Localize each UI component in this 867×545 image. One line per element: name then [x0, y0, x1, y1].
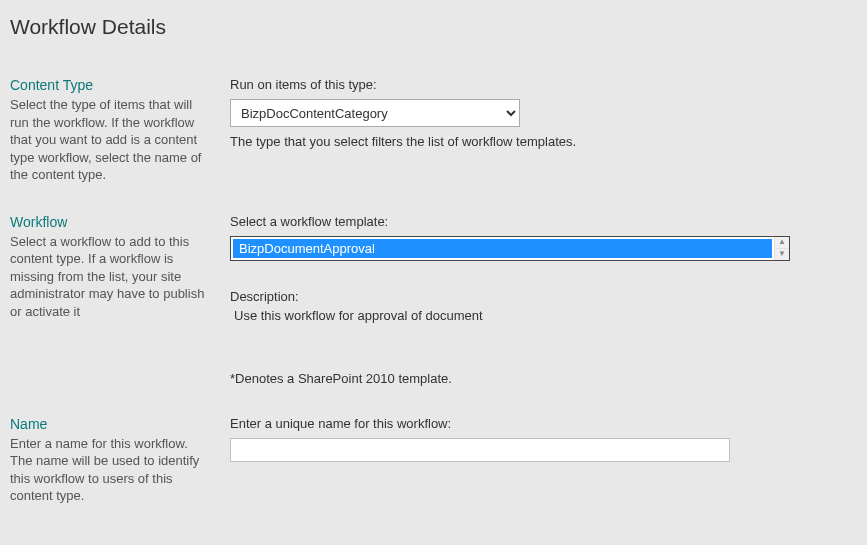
workflow-template-spinner: ▲ ▼: [774, 237, 789, 260]
workflow-template-item-selected[interactable]: BizpDocumentApproval: [233, 239, 772, 258]
content-type-heading: Content Type: [10, 77, 210, 93]
chevron-up-icon: ▲: [778, 238, 786, 246]
content-type-help: The type that you select filters the lis…: [230, 134, 857, 149]
name-info: Name Enter a name for this workflow. The…: [10, 416, 225, 505]
workflow-desc-label: Description:: [230, 289, 857, 304]
name-description: Enter a name for this workflow. The name…: [10, 435, 210, 505]
content-type-description: Select the type of items that will run t…: [10, 96, 210, 184]
workflow-template-label: Select a workflow template:: [230, 214, 857, 229]
spinner-up-button[interactable]: ▲: [775, 237, 789, 249]
workflow-name-input[interactable]: [230, 438, 730, 462]
workflow-description: Select a workflow to add to this content…: [10, 233, 210, 321]
workflow-footnote: *Denotes a SharePoint 2010 template.: [230, 371, 857, 386]
content-type-select[interactable]: BizpDocContentCategory: [230, 99, 520, 127]
content-type-label: Run on items of this type:: [230, 77, 857, 92]
spinner-down-button[interactable]: ▼: [775, 249, 789, 260]
section-name: Name Enter a name for this workflow. The…: [10, 416, 857, 505]
name-heading: Name: [10, 416, 210, 432]
workflow-heading: Workflow: [10, 214, 210, 230]
content-type-info: Content Type Select the type of items th…: [10, 77, 225, 184]
workflow-template-listbox[interactable]: BizpDocumentApproval ▲ ▼: [230, 236, 790, 261]
workflow-desc-text: Use this workflow for approval of docume…: [230, 308, 857, 323]
chevron-down-icon: ▼: [778, 250, 786, 258]
workflow-details-form: Content Type Select the type of items th…: [10, 77, 857, 505]
workflow-info: Workflow Select a workflow to add to thi…: [10, 214, 225, 386]
section-content-type: Content Type Select the type of items th…: [10, 77, 857, 184]
page-title: Workflow Details: [10, 15, 857, 39]
section-workflow: Workflow Select a workflow to add to thi…: [10, 214, 857, 386]
name-label: Enter a unique name for this workflow:: [230, 416, 857, 431]
